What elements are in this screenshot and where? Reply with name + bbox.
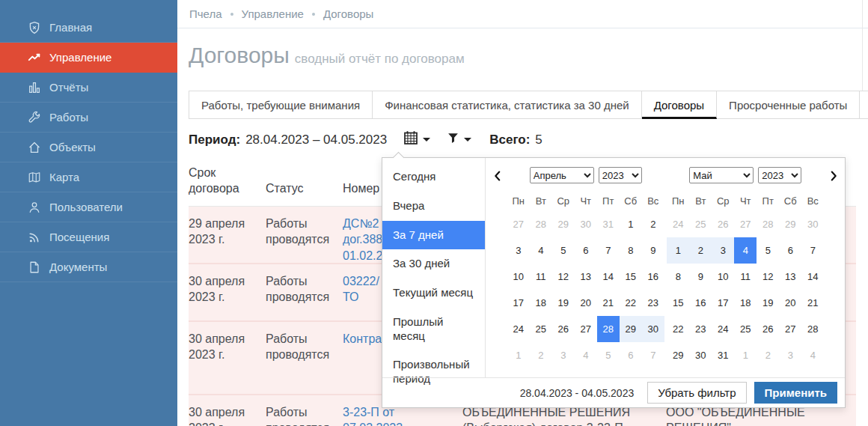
- tab-contracts[interactable]: Договоры: [642, 91, 717, 119]
- day-cell[interactable]: 26: [757, 316, 779, 342]
- prev-month-button[interactable]: [489, 168, 506, 186]
- day-cell[interactable]: 4: [575, 342, 597, 368]
- year-select[interactable]: 2023: [758, 167, 801, 183]
- day-cell[interactable]: 1: [734, 342, 757, 368]
- day-cell[interactable]: 2: [642, 211, 664, 237]
- breadcrumb-item[interactable]: Управление: [242, 7, 304, 20]
- contract-number-link[interactable]: ДС№2 дог.388 01.02.2: [343, 217, 382, 262]
- day-cell[interactable]: 20: [575, 290, 597, 316]
- day-cell[interactable]: 21: [597, 290, 620, 316]
- day-cell[interactable]: 1: [507, 342, 530, 368]
- day-cell[interactable]: 30: [642, 316, 664, 342]
- day-cell[interactable]: 2: [689, 237, 712, 264]
- day-cell[interactable]: 20: [779, 290, 801, 316]
- day-cell[interactable]: 1: [620, 211, 642, 237]
- day-cell[interactable]: 3: [779, 342, 801, 368]
- contract-number-link[interactable]: Контра: [343, 332, 382, 345]
- tab-overdue-works[interactable]: Просроченные работы: [717, 91, 860, 119]
- day-cell[interactable]: 24: [507, 316, 530, 342]
- day-cell[interactable]: 28: [530, 211, 552, 237]
- day-cell[interactable]: 12: [757, 264, 779, 290]
- day-cell[interactable]: 14: [597, 264, 620, 290]
- day-cell[interactable]: 5: [597, 342, 620, 368]
- tab-finance-stats[interactable]: Финансовая статистика, статистика за 30 …: [373, 91, 642, 119]
- day-cell[interactable]: 29: [620, 316, 642, 342]
- sidebar-item-reports[interactable]: Отчёты: [0, 73, 177, 103]
- day-cell[interactable]: 16: [689, 290, 712, 316]
- day-cell[interactable]: 29: [667, 342, 689, 368]
- day-cell[interactable]: 13: [779, 264, 801, 290]
- day-cell[interactable]: 23: [642, 290, 664, 316]
- day-cell[interactable]: 7: [642, 342, 664, 368]
- sidebar-item-map[interactable]: Карта: [0, 162, 177, 192]
- day-cell[interactable]: 6: [779, 237, 801, 264]
- preset-last-7-days[interactable]: За 7 дней: [382, 221, 485, 250]
- sidebar-item-works[interactable]: Работы: [0, 103, 177, 133]
- day-cell[interactable]: 1: [667, 237, 689, 264]
- day-cell[interactable]: 11: [734, 264, 757, 290]
- day-cell[interactable]: 9: [642, 237, 664, 264]
- next-month-button[interactable]: [825, 168, 842, 186]
- day-cell[interactable]: 16: [642, 264, 664, 290]
- day-cell[interactable]: 4: [801, 342, 824, 368]
- filter-button[interactable]: [447, 132, 471, 148]
- sidebar-item-documents[interactable]: Документы: [0, 252, 177, 282]
- day-cell[interactable]: 11: [530, 264, 552, 290]
- day-cell[interactable]: 3: [712, 237, 734, 264]
- clear-filter-button[interactable]: Убрать фильтр: [647, 382, 746, 404]
- day-cell[interactable]: 31: [712, 342, 734, 368]
- day-cell[interactable]: 27: [575, 316, 597, 342]
- day-cell[interactable]: 13: [575, 264, 597, 290]
- day-cell[interactable]: 31: [597, 211, 620, 237]
- day-cell[interactable]: 19: [757, 290, 779, 316]
- preset-today[interactable]: Сегодня: [382, 162, 485, 192]
- day-cell[interactable]: 8: [620, 237, 642, 264]
- day-cell[interactable]: 10: [507, 264, 530, 290]
- tab-control[interactable]: Контроль ра: [860, 91, 868, 119]
- day-cell[interactable]: 17: [712, 290, 734, 316]
- breadcrumb-item[interactable]: Пчела: [189, 7, 222, 20]
- day-cell[interactable]: 3: [552, 342, 575, 368]
- day-cell[interactable]: 27: [779, 316, 801, 342]
- day-cell[interactable]: 6: [575, 237, 597, 264]
- sidebar-item-visits[interactable]: Посещения: [0, 222, 177, 252]
- sidebar-item-users[interactable]: Пользователи: [0, 192, 177, 222]
- sidebar-item-main[interactable]: Главная: [0, 13, 177, 43]
- day-cell[interactable]: 14: [801, 264, 824, 290]
- calendar-filter-button[interactable]: [403, 130, 430, 149]
- day-cell[interactable]: 17: [507, 290, 530, 316]
- day-cell[interactable]: 19: [552, 290, 575, 316]
- day-cell[interactable]: 28: [757, 211, 779, 237]
- day-cell[interactable]: 7: [801, 237, 824, 264]
- day-cell[interactable]: 5: [552, 237, 575, 264]
- preset-current-month[interactable]: Текущий месяц: [382, 279, 485, 308]
- contract-number-link[interactable]: 03222/ ТО: [343, 275, 379, 304]
- day-cell[interactable]: 22: [667, 316, 689, 342]
- day-cell[interactable]: 29: [779, 211, 801, 237]
- day-cell[interactable]: 8: [667, 264, 689, 290]
- day-cell[interactable]: 23: [689, 316, 712, 342]
- preset-previous-month[interactable]: Прошлый месяц: [382, 308, 485, 351]
- tab-attention-works[interactable]: Работы, требующие внимания: [189, 91, 373, 119]
- day-cell[interactable]: 9: [689, 264, 712, 290]
- day-cell[interactable]: 5: [757, 237, 779, 264]
- day-cell[interactable]: 28: [801, 316, 824, 342]
- day-cell[interactable]: 4: [530, 237, 552, 264]
- day-cell[interactable]: 25: [530, 316, 552, 342]
- day-cell[interactable]: 30: [801, 211, 824, 237]
- day-cell[interactable]: 25: [689, 211, 712, 237]
- day-cell[interactable]: 27: [507, 211, 530, 237]
- day-cell[interactable]: 27: [734, 211, 757, 237]
- day-cell[interactable]: 24: [712, 316, 734, 342]
- month-select[interactable]: Май: [689, 167, 754, 183]
- day-cell[interactable]: 2: [530, 342, 552, 368]
- day-cell[interactable]: 22: [620, 290, 642, 316]
- day-cell[interactable]: 25: [734, 316, 757, 342]
- preset-yesterday[interactable]: Вчера: [382, 192, 485, 221]
- day-cell[interactable]: 28: [597, 316, 620, 342]
- month-select[interactable]: Апрель: [530, 167, 594, 183]
- day-cell[interactable]: 29: [552, 211, 575, 237]
- day-cell[interactable]: 2: [757, 342, 779, 368]
- apply-button[interactable]: Применить: [754, 382, 837, 404]
- day-cell[interactable]: 15: [620, 264, 642, 290]
